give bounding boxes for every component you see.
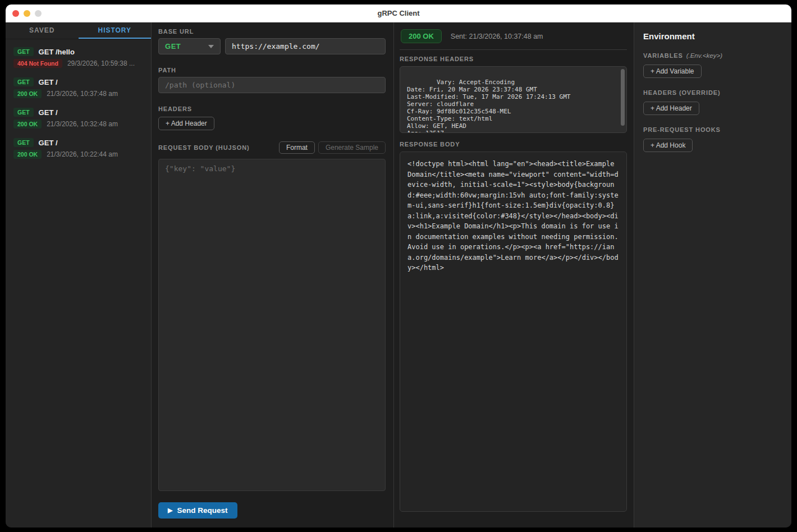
scrollbar-thumb[interactable] [621, 69, 625, 126]
method-badge: GET [13, 138, 34, 147]
sidebar-tabs: SAVED HISTORY [6, 22, 151, 39]
chevron-down-icon [208, 45, 214, 48]
method-select-value: GET [165, 42, 181, 51]
status-badge: 200 OK [13, 89, 42, 98]
app-window: gRPC Client SAVED HISTORY GET GET /hello… [6, 4, 791, 528]
method-badge: GET [13, 47, 34, 56]
history-item[interactable]: GET GET / 200 OK 21/3/2026, 10:37:48 am [13, 77, 145, 98]
window-title: gRPC Client [6, 9, 791, 17]
history-item-title: GET / [39, 139, 58, 147]
history-item-title: GET /hello [39, 48, 75, 56]
response-sent-timestamp: Sent: 21/3/2026, 10:37:48 am [451, 33, 543, 40]
request-panel: BASE URL GET PATH HEADERS + Add Header R… [152, 22, 394, 528]
title-bar: gRPC Client [6, 4, 791, 22]
base-url-input[interactable] [225, 38, 386, 54]
request-body-textarea[interactable] [158, 159, 386, 491]
history-item-title: GET / [39, 78, 58, 86]
response-headers-box[interactable]: Vary: Accept-Encoding Date: Fri, 20 Mar … [400, 66, 627, 133]
status-badge: 200 OK [13, 150, 42, 159]
status-badge: 200 OK [13, 120, 42, 129]
env-add-header-button[interactable]: + Add Header [643, 102, 699, 115]
pre-request-hooks-label: PRE-REQUEST HOOKS [643, 126, 721, 133]
generate-sample-button[interactable]: Generate Sample [318, 141, 386, 154]
response-body-box[interactable]: <!doctype html><html lang="en"><head><ti… [400, 152, 627, 512]
response-panel: 200 OK Sent: 21/3/2026, 10:37:48 am RESP… [394, 22, 634, 528]
add-header-button[interactable]: + Add Header [158, 117, 214, 130]
history-item[interactable]: GET GET / 200 OK 21/3/2026, 10:22:44 am [13, 138, 145, 159]
history-item-timestamp: 21/3/2026, 10:32:48 am [47, 120, 118, 128]
method-badge: GET [13, 77, 34, 86]
request-body-label: REQUEST BODY (HUJSON) [158, 144, 279, 151]
history-item-timestamp: 21/3/2026, 10:37:48 am [47, 90, 118, 98]
history-item-timestamp: 21/3/2026, 10:22:44 am [47, 150, 118, 158]
variables-label: VARIABLES [643, 52, 683, 59]
response-headers-text: Vary: Accept-Encoding Date: Fri, 20 Mar … [407, 79, 570, 133]
env-headers-label: HEADERS (OVERRIDE) [643, 89, 720, 96]
status-badge: 404 Not Found [13, 59, 62, 68]
play-icon: ▶ [168, 507, 172, 514]
variables-hint: (.Env.<key>) [686, 52, 722, 59]
history-item[interactable]: GET GET / 200 OK 21/3/2026, 10:32:48 am [13, 108, 145, 129]
method-badge: GET [13, 108, 34, 117]
add-variable-button[interactable]: + Add Variable [643, 65, 702, 78]
environment-panel: Environment VARIABLES (.Env.<key>) + Add… [634, 22, 791, 528]
headers-label: HEADERS [158, 106, 386, 112]
history-item-timestamp: 29/3/2026, 10:59:38 ... [67, 59, 135, 67]
response-headers-label: RESPONSE HEADERS [400, 56, 627, 62]
format-button[interactable]: Format [279, 141, 315, 154]
sidebar: SAVED HISTORY GET GET /hello 404 Not Fou… [6, 22, 152, 528]
add-hook-button[interactable]: + Add Hook [643, 139, 693, 152]
path-input[interactable] [158, 77, 386, 93]
path-label: PATH [158, 67, 386, 74]
status-divider [400, 49, 627, 50]
response-body-label: RESPONSE BODY [400, 141, 627, 148]
method-select[interactable]: GET [158, 38, 221, 54]
send-request-label: Send Request [177, 506, 227, 515]
tab-history[interactable]: HISTORY [79, 22, 152, 39]
history-item-title: GET / [39, 108, 58, 117]
history-item[interactable]: GET GET /hello 404 Not Found 29/3/2026, … [13, 47, 145, 68]
environment-title: Environment [643, 31, 782, 41]
response-status-badge: 200 OK [401, 29, 442, 43]
history-list: GET GET /hello 404 Not Found 29/3/2026, … [6, 39, 151, 174]
send-request-button[interactable]: ▶ Send Request [158, 502, 237, 519]
base-url-label: BASE URL [158, 28, 386, 35]
tab-saved[interactable]: SAVED [6, 22, 79, 39]
